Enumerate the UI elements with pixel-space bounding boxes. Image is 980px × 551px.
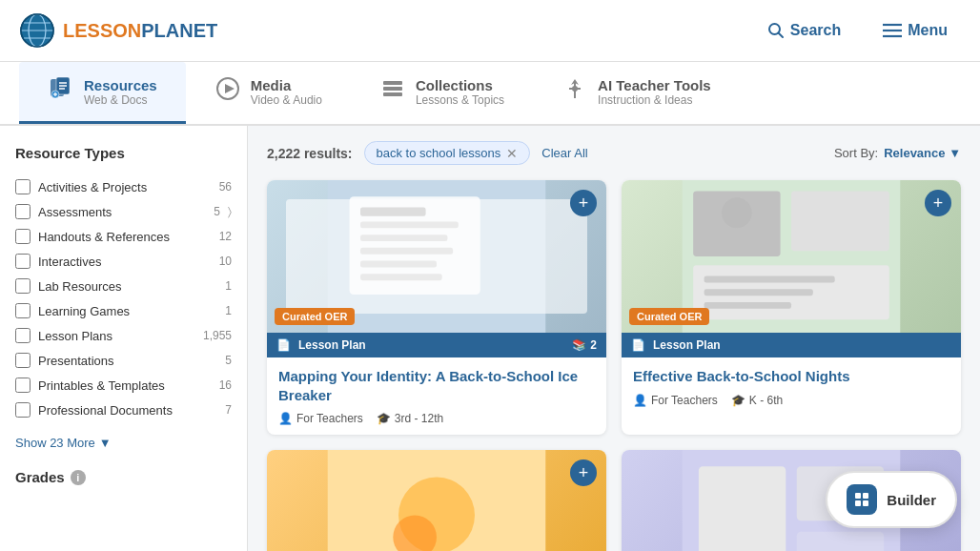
remove-filter-button[interactable]: ✕: [506, 147, 518, 160]
logo-globe-icon: [19, 12, 55, 49]
lesson-plan-icon-2: 📄: [631, 338, 645, 352]
filter-activities[interactable]: Activities & Projects 56: [15, 174, 232, 199]
filter-handouts[interactable]: Handouts & References 12: [15, 224, 232, 249]
clear-all-button[interactable]: Clear All: [541, 146, 587, 160]
search-button[interactable]: Search: [754, 14, 854, 47]
card-2-add-button[interactable]: +: [925, 190, 951, 216]
card-2-image: Curated OER: [622, 180, 961, 333]
ai-icon: [561, 75, 588, 108]
filter-activities-checkbox[interactable]: [15, 179, 31, 194]
svg-rect-40: [704, 302, 791, 309]
card-1-type-bar: 📄 Lesson Plan 📚 2: [267, 333, 606, 357]
svg-line-7: [778, 33, 783, 38]
sort-chevron-icon: ▼: [949, 146, 961, 160]
builder-icon: [847, 484, 877, 515]
svg-rect-28: [360, 221, 459, 228]
filter-professional-checkbox[interactable]: [15, 402, 31, 418]
filter-assessments-checkbox[interactable]: [15, 204, 31, 219]
svg-rect-21: [383, 81, 402, 85]
filter-lesson-plans[interactable]: Lesson Plans 1,955: [15, 323, 232, 348]
svg-rect-26: [350, 196, 480, 295]
card-3[interactable]: + 🖨 Printables 📚 2: [267, 450, 606, 551]
show-more-button[interactable]: Show 23 More ▼: [15, 432, 112, 454]
svg-rect-39: [704, 289, 813, 296]
tab-resources[interactable]: Resources Web & Docs: [19, 62, 186, 124]
card-1-title: Mapping Your Identity: A Back-to-School …: [278, 367, 595, 404]
filter-assessments[interactable]: Assessments 5 〉: [15, 199, 232, 224]
card-1[interactable]: + Curated OER 📄: [267, 180, 606, 435]
card-1-body: Mapping Your Identity: A Back-to-School …: [267, 357, 606, 435]
filter-learning-games-checkbox[interactable]: [15, 303, 31, 318]
filter-printables-checkbox[interactable]: [15, 378, 31, 393]
logo: LESSONPLANET: [19, 12, 217, 49]
svg-rect-36: [791, 191, 889, 251]
card-2-badge: Curated OER: [629, 308, 709, 325]
filter-presentations-checkbox[interactable]: [15, 353, 31, 368]
svg-rect-30: [360, 248, 453, 255]
filter-lab[interactable]: Lab Resources 1: [15, 274, 232, 298]
card-2-meta: 👤 For Teachers 🎓 K - 6th: [633, 394, 949, 407]
tab-ai[interactable]: AI Teacher Tools Instruction & Ideas: [533, 62, 740, 124]
grades-info-icon[interactable]: i: [71, 470, 86, 485]
svg-rect-22: [383, 87, 402, 91]
svg-rect-52: [863, 500, 868, 506]
chevron-down-icon: ▼: [99, 436, 112, 450]
grades-section: Grades i: [15, 469, 232, 485]
card-1-add-button[interactable]: +: [570, 190, 597, 216]
card-3-image: [267, 450, 606, 551]
svg-rect-38: [704, 276, 835, 283]
lesson-plan-icon: 📄: [276, 338, 291, 352]
stack-icon: 📚: [572, 338, 586, 352]
filter-handouts-checkbox[interactable]: [15, 229, 31, 244]
filter-lab-checkbox[interactable]: [15, 278, 31, 294]
filter-lesson-plans-checkbox[interactable]: [15, 328, 31, 343]
builder-button[interactable]: Builder: [826, 471, 957, 528]
filter-professional[interactable]: Professional Documents 7: [15, 398, 232, 422]
tab-collections[interactable]: Collections Lessons & Topics: [351, 62, 533, 124]
menu-icon: [883, 23, 902, 38]
grades-title-label: Grades: [15, 469, 65, 485]
sort-dropdown[interactable]: Relevance ▼: [884, 146, 961, 160]
svg-rect-48: [797, 532, 884, 551]
nav-tabs: Resources Web & Docs Media Video & Audio…: [0, 62, 980, 126]
card-2-body: Effective Back-to-School Nights 👤 For Te…: [622, 357, 961, 417]
filter-interactives-checkbox[interactable]: [15, 254, 31, 269]
results-count: 2,222 results:: [267, 146, 353, 161]
card-2-type-bar: 📄 Lesson Plan: [622, 333, 961, 357]
filter-printables[interactable]: Printables & Templates 16: [15, 373, 232, 398]
svg-rect-49: [855, 493, 861, 499]
menu-button[interactable]: Menu: [869, 14, 961, 47]
svg-rect-51: [855, 500, 861, 506]
sidebar: Resource Types Activities & Projects 56 …: [0, 126, 248, 551]
svg-rect-46: [699, 466, 786, 551]
svg-rect-27: [360, 208, 426, 216]
svg-point-24: [572, 86, 578, 92]
search-icon: [767, 22, 785, 39]
svg-rect-23: [383, 92, 402, 96]
sort-bar: Sort By: Relevance ▼: [834, 146, 961, 160]
svg-point-35: [722, 197, 752, 228]
card-3-add-button[interactable]: +: [570, 459, 597, 486]
filter-learning-games[interactable]: Learning Games 1: [15, 298, 232, 323]
card-1-count: 📚 2: [572, 338, 597, 352]
header: LESSONPLANET Search Menu: [0, 0, 980, 62]
filter-presentations[interactable]: Presentations 5: [15, 348, 232, 373]
filter-interactives[interactable]: Interactives 10: [15, 249, 232, 274]
collections-icon: [379, 75, 406, 108]
assessments-chevron-icon: 〉: [228, 205, 232, 218]
tab-media[interactable]: Media Video & Audio: [186, 62, 351, 124]
active-filter-tag: back to school lessons ✕: [364, 141, 531, 165]
results-bar: 2,222 results: back to school lessons ✕ …: [267, 141, 961, 165]
user-icon: 👤: [278, 412, 293, 425]
card-1-type: Lesson Plan: [298, 338, 366, 352]
card-1-badge: Curated OER: [275, 308, 355, 325]
svg-rect-50: [863, 493, 868, 499]
card-1-image: Curated OER: [267, 180, 606, 333]
card-2[interactable]: + Curated OER 📄: [622, 180, 961, 435]
card-1-meta: 👤 For Teachers 🎓 3rd - 12th: [278, 412, 595, 425]
card-2-title: Effective Back-to-School Nights: [633, 367, 949, 386]
resources-icon: [48, 75, 74, 108]
header-actions: Search Menu: [754, 14, 961, 47]
svg-rect-25: [328, 180, 546, 333]
resource-types-title: Resource Types: [15, 145, 232, 161]
